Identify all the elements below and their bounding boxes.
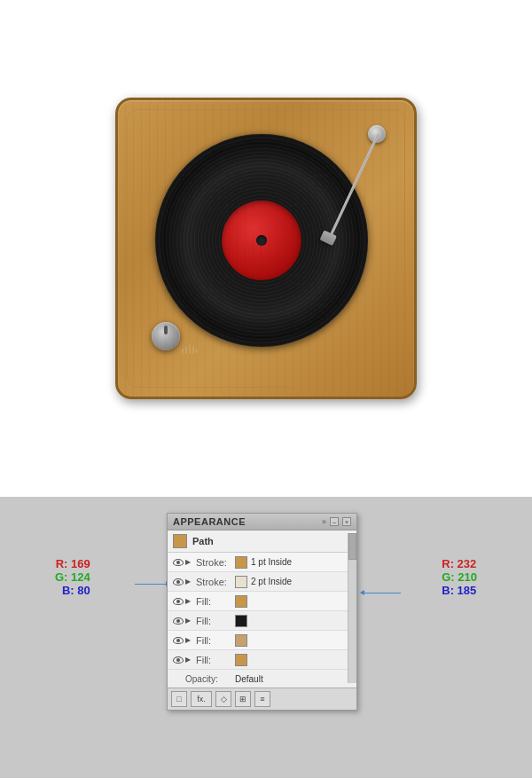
eye-icon-6[interactable] (171, 653, 185, 667)
arrow-icon-4: ▶ (185, 617, 196, 625)
tonearm (368, 125, 386, 143)
top-area (0, 0, 532, 497)
color-annotation-left: R: 169 G: 124 B: 80 (55, 557, 90, 597)
eye-icon-1[interactable] (171, 555, 185, 570)
stroke-value-1: 1 pt Inside (251, 557, 292, 567)
tick (185, 346, 187, 354)
arrow-icon-5: ▶ (185, 636, 196, 644)
expand-btn[interactable]: » (322, 517, 326, 526)
fill-swatch-1[interactable] (235, 595, 247, 608)
appearance-panel: APPEARANCE » – × Path ▶ Stroke: 1 pt Ins… (167, 513, 357, 711)
tick (189, 343, 191, 354)
arrow-icon-6: ▶ (185, 656, 196, 664)
fill-row-1[interactable]: ▶ Fill: (168, 592, 356, 611)
delete-button[interactable]: ⊞ (235, 691, 251, 707)
new-item-button[interactable]: □ (171, 691, 187, 707)
fx-button[interactable]: ◇ (215, 691, 231, 707)
tonearm-pivot (368, 125, 386, 143)
panel-controls: » – × (322, 517, 351, 526)
eye-shape-4 (173, 617, 184, 625)
left-g-value: G: 124 (55, 570, 90, 584)
eye-shape-3 (173, 598, 184, 605)
stroke-label-1: Stroke: (196, 557, 235, 568)
right-b-value: B: 185 (442, 584, 477, 597)
panel-toolbar: □ fx. ◇ ⊞ ≡ (168, 688, 356, 710)
eye-icon-2[interactable] (171, 575, 185, 589)
arrow-icon-3: ▶ (185, 597, 196, 605)
tick (182, 349, 184, 354)
eye-shape-2 (173, 578, 184, 585)
fill-label-3: Fill: (196, 635, 235, 646)
fill-row-4[interactable]: ▶ Fill: (168, 650, 356, 670)
panel-title: APPEARANCE (173, 516, 246, 527)
vinyl-record (155, 134, 368, 347)
eye-icon-4[interactable] (171, 614, 185, 628)
eye-icon-5[interactable] (171, 633, 185, 648)
fill-label-4: Fill: (196, 655, 235, 665)
bottom-area: R: 169 G: 124 B: 80 R: 232 G: 210 B: 185… (0, 497, 532, 778)
fill-swatch-2[interactable] (235, 615, 247, 627)
vinyl-label (222, 200, 301, 280)
path-swatch[interactable] (173, 534, 187, 548)
opacity-value: Default (235, 674, 263, 684)
eye-shape-1 (173, 559, 184, 566)
eye-icon-3[interactable] (171, 594, 185, 609)
knob-ticks (182, 343, 198, 354)
tick (196, 349, 198, 354)
fill-label-1: Fill: (196, 596, 235, 607)
left-b-value: B: 80 (55, 584, 90, 597)
stroke-row-1[interactable]: ▶ Stroke: 1 pt Inside (168, 553, 356, 572)
stroke-value-2: 2 pt Inside (251, 577, 292, 586)
color-annotation-right: R: 232 G: 210 B: 185 (442, 557, 477, 597)
fill-swatch-4[interactable] (235, 654, 247, 666)
opacity-row: Opacity: Default (168, 670, 356, 688)
tick (192, 346, 194, 354)
path-header: Path (168, 530, 356, 553)
close-button[interactable]: × (342, 517, 351, 526)
arrow-icon-1: ▶ (185, 558, 196, 566)
fill-row-3[interactable]: ▶ Fill: (168, 631, 356, 650)
turntable-icon (115, 98, 417, 399)
stroke-swatch-1[interactable] (235, 556, 247, 569)
minimize-button[interactable]: – (330, 517, 339, 526)
arrow-left (135, 584, 167, 585)
volume-knob[interactable] (152, 322, 180, 350)
opacity-label: Opacity: (185, 674, 235, 684)
right-r-value: R: 232 (442, 557, 477, 570)
stroke-row-2[interactable]: ▶ Stroke: 2 pt Inside (168, 572, 356, 592)
stroke-swatch-2[interactable] (235, 576, 247, 588)
arrow-right (364, 593, 401, 593)
duplicate-button[interactable]: fx. (191, 691, 212, 707)
panel-titlebar: APPEARANCE » – × (168, 514, 356, 530)
fill-swatch-3[interactable] (235, 634, 247, 647)
fill-label-2: Fill: (196, 616, 235, 626)
fill-row-2[interactable]: ▶ Fill: (168, 611, 356, 631)
scrollbar-thumb[interactable] (348, 533, 356, 560)
stroke-label-2: Stroke: (196, 577, 235, 587)
eye-shape-5 (173, 637, 184, 644)
panel-scrollbar[interactable] (348, 533, 356, 683)
opacity-eye (171, 672, 185, 686)
eye-shape-6 (173, 656, 184, 664)
menu-button[interactable]: ≡ (254, 691, 270, 707)
left-r-value: R: 169 (55, 557, 90, 570)
arrow-icon-2: ▶ (185, 578, 196, 585)
path-label: Path (192, 536, 214, 546)
right-g-value: G: 210 (442, 570, 477, 584)
